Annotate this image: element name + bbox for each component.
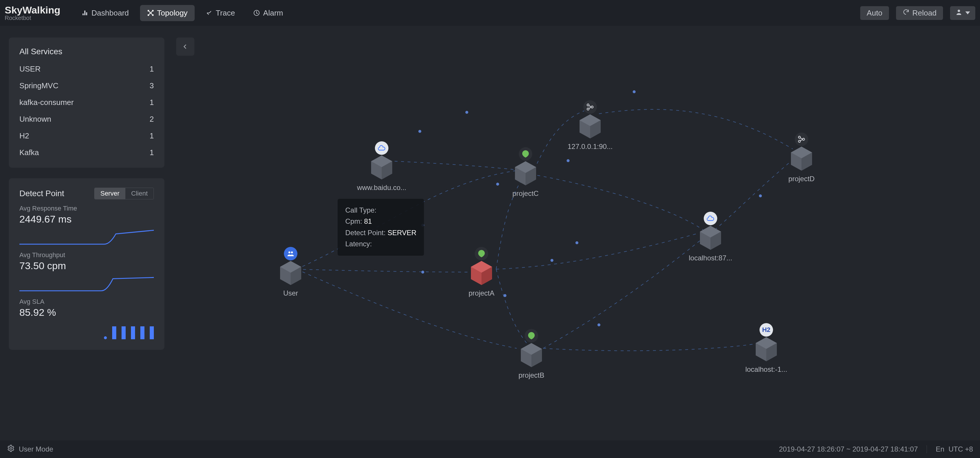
service-row[interactable]: USER1 — [19, 65, 154, 74]
svg-point-11 — [576, 241, 578, 244]
service-row[interactable]: H21 — [19, 132, 154, 141]
segment-server[interactable]: Server — [94, 188, 126, 199]
nav-topology[interactable]: Topology — [140, 5, 195, 21]
sla-sparkline — [19, 321, 154, 339]
topology-node-baidu[interactable]: www.baidu.co... — [366, 141, 398, 192]
tooltip-dp-key: Detect Point: — [345, 229, 385, 237]
svg-point-13 — [759, 194, 762, 197]
service-name: Kafka — [19, 148, 39, 157]
service-count: 1 — [150, 98, 154, 107]
svg-point-2 — [418, 130, 421, 133]
app-logo: SkyWalking Rocketbot — [5, 5, 60, 21]
node-label: projectA — [469, 289, 495, 297]
tooltip-cpm-val: 81 — [364, 217, 372, 225]
trace-icon — [206, 10, 213, 16]
auto-label: Auto — [867, 8, 883, 17]
nav-alarm[interactable]: Alarm — [246, 5, 290, 21]
nav-label: Dashboard — [92, 8, 129, 17]
svg-point-14 — [288, 251, 290, 254]
topology-canvas[interactable]: .edge{stroke:#3d5a8c;stroke-width:2;stro… — [176, 26, 980, 441]
svg-point-6 — [496, 183, 499, 185]
node-label: projectD — [788, 175, 815, 183]
spring-icon — [475, 247, 488, 260]
tooltip-dp-val: SERVER — [388, 229, 416, 237]
node-label: www.baidu.co... — [357, 184, 406, 192]
reload-label: Reload — [913, 8, 937, 17]
metric-value: 2449.67 ms — [19, 214, 154, 225]
tooltip-cpm-key: Cpm: — [345, 217, 362, 225]
segment-client[interactable]: Client — [126, 188, 154, 199]
service-row[interactable]: kafka-consumer1 — [19, 98, 154, 107]
topology-node-user[interactable]: User — [275, 247, 307, 297]
svg-point-5 — [566, 159, 570, 162]
service-count: 2 — [150, 115, 154, 124]
kafka-icon — [795, 133, 808, 146]
gear-icon[interactable] — [7, 445, 15, 454]
user-mode-toggle[interactable]: User Mode — [19, 445, 53, 453]
topology-node-projectc[interactable]: projectC — [509, 147, 542, 198]
user-mode-label: User Mode — [19, 445, 53, 453]
metric-label: Avg SLA — [19, 298, 154, 306]
spring-icon — [525, 329, 538, 342]
app-subtitle: Rocketbot — [5, 15, 60, 21]
spring-icon — [519, 147, 532, 161]
metric-throughput: Avg Throughput 73.50 cpm — [19, 251, 154, 293]
cloud-icon — [704, 212, 717, 225]
service-row[interactable]: SpringMVC3 — [19, 81, 154, 90]
service-count: 1 — [150, 65, 154, 74]
node-label: localhost:-1... — [745, 365, 788, 374]
topology-node-localhost-h2[interactable]: H2 localhost:-1... — [750, 323, 783, 374]
edge-tooltip: Call Type: Cpm: 81 Detect Point: SERVER … — [337, 199, 424, 256]
status-bar: User Mode 2019-04-27 18:26:07 ~ 2019-04-… — [0, 441, 980, 458]
service-name: Unknown — [19, 115, 51, 124]
topology-node-projectd[interactable]: projectD — [785, 133, 818, 183]
cloud-icon — [375, 141, 388, 155]
auto-toggle[interactable]: Auto — [860, 6, 889, 20]
dashboard-icon — [82, 10, 89, 16]
topology-icon — [147, 10, 154, 16]
language-toggle[interactable]: En — [935, 445, 944, 453]
app-title: SkyWalking — [5, 5, 60, 15]
tooltip-call-type-key: Call Type: — [345, 206, 376, 214]
response-sparkline — [19, 228, 154, 246]
nav-trace[interactable]: Trace — [199, 5, 242, 21]
node-label: projectB — [519, 371, 544, 379]
svg-point-1 — [958, 10, 960, 12]
topology-node-projectb[interactable]: projectB — [515, 329, 547, 379]
topology-node-kafka[interactable]: 127.0.0.1:90... — [574, 100, 606, 151]
node-label: User — [283, 289, 298, 297]
metric-sla: Avg SLA 85.92 % — [19, 298, 154, 339]
service-count: 1 — [150, 148, 154, 157]
service-name: kafka-consumer — [19, 98, 74, 107]
node-label: localhost:87... — [689, 254, 732, 262]
service-count: 1 — [150, 132, 154, 141]
svg-point-10 — [550, 259, 554, 262]
h2-icon: H2 — [759, 323, 773, 337]
user-menu[interactable] — [950, 6, 975, 20]
reload-button[interactable]: Reload — [896, 6, 943, 20]
svg-point-4 — [633, 90, 636, 93]
main-nav: Dashboard Topology Trace Alarm — [75, 5, 290, 21]
topology-node-projecta[interactable]: projectA — [465, 247, 498, 297]
metric-label: Avg Response Time — [19, 204, 154, 212]
time-range[interactable]: 2019-04-27 18:26:07 ~ 2019-04-27 18:41:0… — [779, 445, 918, 453]
service-row[interactable]: Unknown2 — [19, 115, 154, 124]
alarm-icon — [253, 10, 260, 16]
service-list: USER1 SpringMVC3 kafka-consumer1 Unknown… — [19, 65, 154, 157]
metric-value: 73.50 cpm — [19, 260, 154, 271]
nav-dashboard[interactable]: Dashboard — [75, 5, 136, 21]
panel-title: Detect Point — [19, 189, 64, 198]
node-label: projectC — [512, 189, 538, 198]
service-row[interactable]: Kafka1 — [19, 148, 154, 157]
svg-point-12 — [597, 323, 600, 326]
tooltip-latency-key: Latency: — [345, 240, 372, 248]
kafka-icon — [583, 100, 597, 114]
svg-point-15 — [291, 251, 293, 254]
svg-point-8 — [421, 271, 424, 274]
topology-node-localhost87[interactable]: localhost:87... — [694, 212, 727, 262]
metric-value: 85.92 % — [19, 307, 154, 318]
service-count: 3 — [150, 81, 154, 90]
nav-label: Trace — [216, 8, 235, 17]
throughput-sparkline — [19, 274, 154, 293]
chevron-down-icon — [965, 11, 970, 14]
